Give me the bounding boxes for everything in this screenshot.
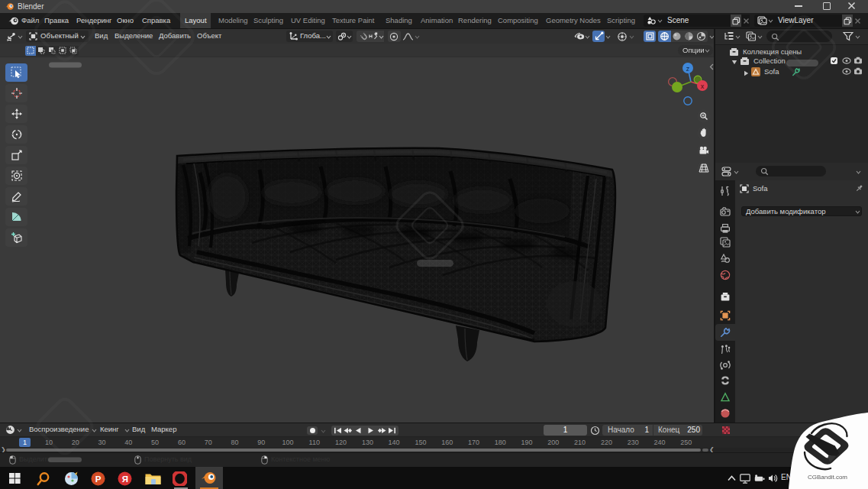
- svg-text:x: x: [701, 83, 705, 90]
- svg-text:z: z: [686, 65, 690, 73]
- svg-text:CGBandit.com: CGBandit.com: [808, 474, 847, 481]
- svg-text:Я: Я: [122, 474, 128, 484]
- svg-text:P: P: [95, 474, 102, 484]
